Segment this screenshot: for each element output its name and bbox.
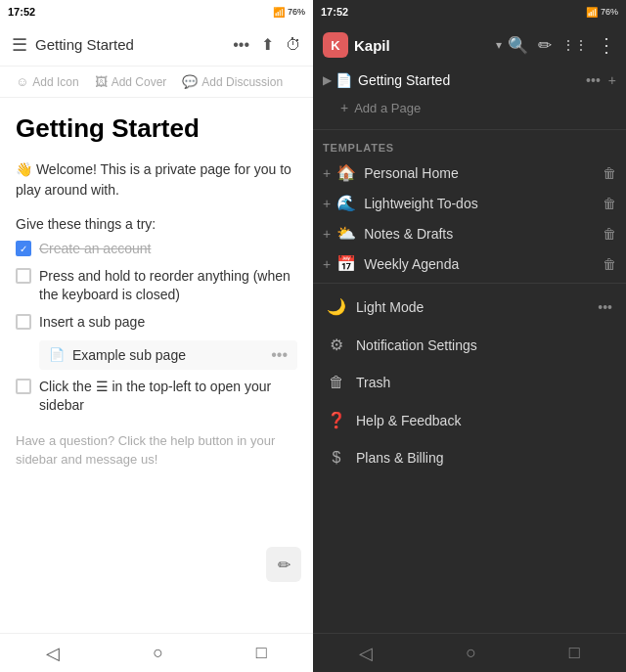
checklist-text-0: Create an account	[39, 240, 151, 259]
left-panel: 17:52 📶 76% ☰ Getting Started ••• ⬆ ⏱ ☺ …	[0, 0, 313, 672]
moon-icon: 🌙	[327, 297, 346, 316]
try-label: Give these things a try:	[16, 216, 297, 232]
template-trash-icon-1[interactable]: 🗑	[603, 196, 616, 211]
page-title: Getting Started	[16, 113, 297, 144]
compose-icon[interactable]: ✏	[538, 35, 552, 56]
overflow-icon[interactable]: ⋮	[597, 35, 616, 55]
checkbox-1[interactable]	[16, 268, 31, 284]
workspace-chevron-icon: ▾	[496, 38, 502, 52]
welcome-text: 👋 Welcome! This is a private page for yo…	[16, 159, 297, 201]
add-actions-bar: ☺ Add Icon 🖼 Add Cover 💬 Add Discussion	[0, 67, 313, 98]
checklist-text-1: Press and hold to reorder anything (when…	[39, 267, 297, 305]
add-discussion-button[interactable]: 💬 Add Discussion	[182, 74, 283, 89]
trash-label: Trash	[356, 375, 612, 390]
page-wrapper: Getting Started 👋 Welcome! This is a pri…	[0, 98, 313, 633]
checkbox-2[interactable]	[16, 314, 31, 330]
nav-title: Getting Started	[35, 36, 225, 53]
getting-started-more[interactable]: •••	[586, 72, 601, 88]
templates-section-label: TEMPLATES	[313, 134, 626, 157]
sub-page-more[interactable]: •••	[271, 346, 288, 364]
doc-icon: 📄	[49, 347, 65, 362]
status-icons-left: 📶 76%	[273, 7, 305, 18]
add-cover-label: Add Cover	[112, 75, 167, 89]
template-emoji-2: ⛅	[336, 224, 356, 243]
home-button-left[interactable]: ○	[153, 643, 163, 663]
checklist-item-1[interactable]: Press and hold to reorder anything (when…	[16, 267, 297, 305]
light-mode-item[interactable]: 🌙 Light Mode •••	[313, 288, 626, 326]
status-bar-left: 17:52 📶 76%	[0, 0, 313, 23]
template-add-icon-3: +	[323, 256, 331, 272]
bottom-nav-right: ◁ ○ □	[313, 633, 626, 672]
checklist-item-2[interactable]: Insert a sub page	[16, 313, 297, 333]
template-notes-drafts[interactable]: + ⛅ Notes & Drafts 🗑	[313, 218, 626, 248]
template-lightweight-todos[interactable]: + 🌊 Lightweight To-dos 🗑	[313, 188, 626, 218]
template-trash-icon-2[interactable]: 🗑	[603, 226, 616, 242]
header-actions: 🔍 ✏ ⋮⋮ ⋮	[508, 35, 616, 56]
template-name-1: Lightweight To-dos	[364, 196, 603, 211]
divider-1	[313, 129, 626, 130]
smiley-icon: ☺	[16, 74, 28, 89]
workspace-avatar[interactable]: K	[323, 32, 348, 58]
sub-page-item[interactable]: 📄 Example sub page •••	[39, 340, 297, 370]
template-add-icon-1: +	[323, 196, 331, 211]
checklist-text-2: Insert a sub page	[39, 313, 145, 333]
template-weekly-agenda[interactable]: + 📅 Weekly Agenda 🗑	[313, 248, 626, 279]
getting-started-add[interactable]: +	[608, 72, 616, 88]
checklist-item-3[interactable]: Click the ☰ in the top-left to open your…	[16, 378, 297, 416]
plans-billing-item[interactable]: $ Plans & Billing	[313, 439, 626, 476]
plans-billing-label: Plans & Billing	[356, 450, 612, 466]
template-trash-icon-0[interactable]: 🗑	[603, 165, 616, 181]
chat-icon: 💬	[182, 74, 198, 89]
clock-button[interactable]: ⏱	[286, 36, 301, 54]
help-feedback-label: Help & Feedback	[356, 413, 612, 428]
template-personal-home[interactable]: + 🏠 Personal Home 🗑	[313, 157, 626, 188]
template-add-icon-2: +	[323, 226, 331, 242]
dollar-icon: $	[327, 449, 346, 467]
template-add-icon-0: +	[323, 165, 331, 181]
add-page-label: Add a Page	[354, 101, 421, 115]
right-panel: 17:52 📶 76% K Kapil ▾ 🔍 ✏ ⋮⋮ ⋮ ▶ 📄	[313, 0, 626, 672]
help-feedback-item[interactable]: ❓ Help & Feedback	[313, 401, 626, 439]
status-time-right: 17:52	[321, 6, 348, 18]
template-name-0: Personal Home	[364, 165, 603, 181]
menu-icon[interactable]: ☰	[12, 34, 27, 56]
template-name-3: Weekly Agenda	[364, 256, 603, 272]
home-button-right[interactable]: ○	[466, 643, 476, 663]
checkbox-0[interactable]	[16, 241, 31, 256]
edit-fab[interactable]: ✏	[266, 547, 301, 582]
template-emoji-3: 📅	[336, 254, 356, 273]
recents-button-right[interactable]: □	[569, 643, 580, 663]
back-button-left[interactable]: ◁	[46, 643, 60, 664]
add-cover-button[interactable]: 🖼 Add Cover	[95, 74, 167, 89]
share-button[interactable]: ⬆	[261, 35, 274, 54]
light-mode-dots[interactable]: •••	[598, 299, 612, 315]
add-icon-button[interactable]: ☺ Add Icon	[16, 74, 79, 89]
recents-button-left[interactable]: □	[256, 643, 267, 663]
wave-emoji: 👋	[16, 161, 32, 177]
template-name-2: Notes & Drafts	[364, 226, 603, 242]
trash-item[interactable]: 🗑 Trash	[313, 364, 626, 401]
add-page-row[interactable]: + Add a Page	[313, 94, 626, 125]
bottom-nav-left: ◁ ○ □	[0, 633, 313, 672]
add-icon-label: Add Icon	[32, 75, 78, 89]
sub-page-title: Example sub page	[72, 347, 263, 363]
checklist-item-0[interactable]: Create an account	[16, 240, 297, 259]
back-button-right[interactable]: ◁	[359, 643, 373, 664]
status-time-left: 17:52	[8, 6, 35, 18]
notification-settings-item[interactable]: ⚙ Notification Settings	[313, 326, 626, 364]
top-nav-left: ☰ Getting Started ••• ⬆ ⏱	[0, 23, 313, 67]
checkbox-3[interactable]	[16, 379, 31, 394]
try-section: Give these things a try: Create an accou…	[16, 216, 297, 416]
template-trash-icon-3[interactable]: 🗑	[603, 256, 616, 272]
getting-started-row[interactable]: ▶ 📄 Getting Started ••• +	[313, 67, 626, 94]
welcome-body: Welcome! This is a private page for you …	[16, 161, 291, 198]
more-button[interactable]: •••	[233, 36, 249, 54]
grid-icon[interactable]: ⋮⋮	[561, 37, 587, 53]
template-emoji-1: 🌊	[336, 194, 356, 212]
search-icon[interactable]: 🔍	[508, 35, 528, 56]
status-icons-right: 📶 76%	[586, 7, 618, 18]
help-icon: ❓	[327, 411, 346, 429]
add-page-plus-icon: +	[340, 100, 348, 115]
trash-icon: 🗑	[327, 374, 346, 391]
light-mode-label: Light Mode	[356, 299, 588, 315]
